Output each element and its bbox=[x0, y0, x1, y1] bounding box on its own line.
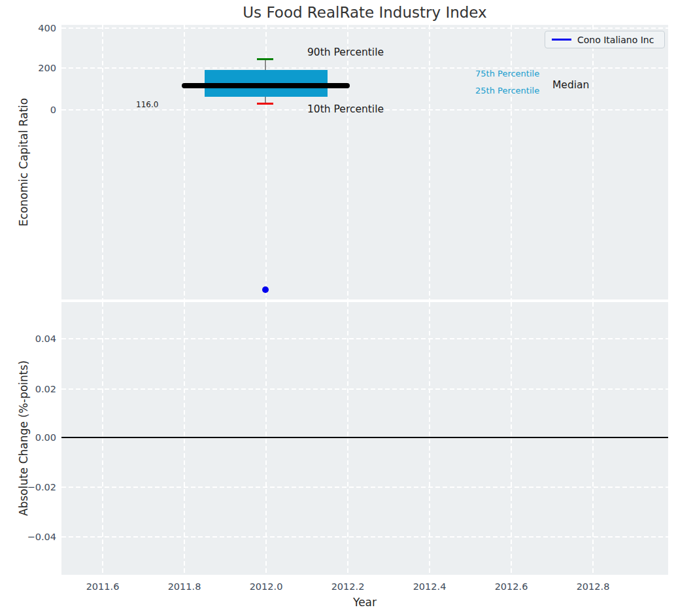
zero-line bbox=[61, 437, 668, 438]
legend: Cono Italiano Inc bbox=[545, 31, 665, 48]
gridline-horizontal bbox=[61, 338, 668, 339]
gridline-vertical bbox=[429, 302, 430, 575]
gridline-horizontal bbox=[61, 487, 668, 488]
xtick-2012.8: 2012.8 bbox=[564, 581, 622, 592]
gridline-vertical bbox=[184, 302, 185, 575]
ytick-bottom-0.04: 0.04 bbox=[4, 333, 56, 345]
median-line bbox=[182, 83, 350, 88]
gridline-vertical bbox=[102, 25, 103, 299]
xtick-2011.8: 2011.8 bbox=[155, 581, 214, 592]
legend-line-sample bbox=[552, 39, 571, 41]
median-value-label: 116.0 bbox=[136, 100, 158, 109]
ylabel-top: Economic Capital Ratio bbox=[17, 98, 30, 226]
percentile-90-label: 90th Percentile bbox=[307, 46, 384, 58]
gridline-horizontal bbox=[61, 27, 668, 29]
gridline-vertical bbox=[511, 302, 512, 575]
percentile-10-label: 10th Percentile bbox=[307, 103, 384, 115]
ytick-bottom--0.02: −0.02 bbox=[4, 481, 56, 493]
xtick-2011.6: 2011.6 bbox=[73, 581, 132, 592]
gridline-horizontal bbox=[61, 388, 668, 390]
gridline-vertical bbox=[347, 302, 348, 575]
median-label: Median bbox=[552, 79, 589, 91]
axes-bottom bbox=[61, 302, 668, 575]
percentile-90-cap bbox=[257, 58, 273, 60]
ytick-top-0: 0 bbox=[4, 104, 56, 116]
chart-title: Us Food RealRate Industry Index bbox=[61, 4, 668, 21]
xtick-2012.2: 2012.2 bbox=[318, 581, 377, 592]
gridline-vertical bbox=[511, 25, 512, 299]
percentile-75-label: 75th Percentile bbox=[475, 69, 539, 78]
gridline-vertical bbox=[592, 302, 594, 575]
ytick-bottom-0.00: 0.00 bbox=[4, 432, 56, 443]
gridline-vertical bbox=[102, 302, 103, 575]
percentile-25-label: 25th Percentile bbox=[475, 86, 539, 95]
gridline-vertical bbox=[184, 25, 185, 299]
ytick-top-400: 400 bbox=[4, 22, 56, 34]
gridline-horizontal bbox=[61, 536, 668, 538]
gridline-vertical bbox=[592, 25, 594, 299]
xlabel: Year bbox=[61, 596, 668, 609]
company-data-point bbox=[262, 286, 269, 293]
ytick-bottom--0.04: −0.04 bbox=[4, 531, 56, 543]
gridline-horizontal bbox=[61, 67, 668, 69]
xtick-2012.0: 2012.0 bbox=[237, 581, 296, 592]
figure: Us Food RealRate Industry Index 116.0 90… bbox=[0, 0, 676, 616]
percentile-10-cap bbox=[257, 103, 273, 105]
axes-top: 116.0 90th Percentile 10th Percentile 75… bbox=[61, 25, 668, 299]
xtick-2012.4: 2012.4 bbox=[400, 581, 459, 592]
ytick-bottom-0.02: 0.02 bbox=[4, 383, 56, 395]
ylabel-bottom: Absolute Change (%-points) bbox=[17, 360, 30, 516]
gridline-vertical bbox=[265, 302, 267, 575]
legend-label: Cono Italiano Inc bbox=[577, 35, 654, 45]
gridline-vertical bbox=[347, 25, 348, 299]
ytick-top-200: 200 bbox=[4, 62, 56, 74]
xtick-2012.6: 2012.6 bbox=[482, 581, 541, 592]
gridline-vertical bbox=[429, 25, 430, 299]
